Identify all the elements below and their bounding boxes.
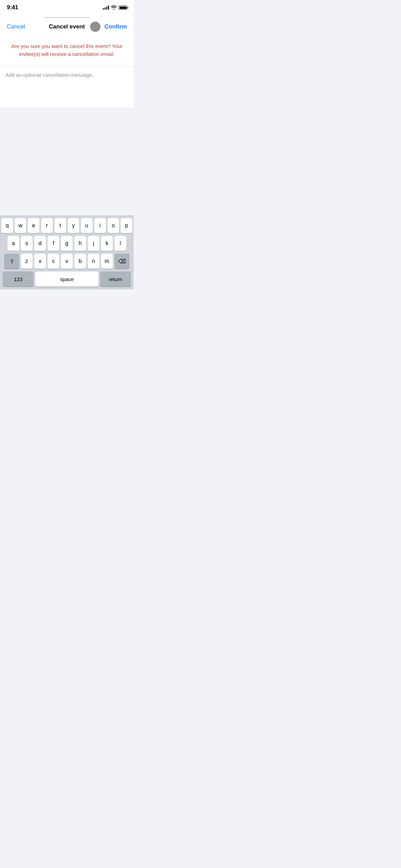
sheet-drag-handle	[0, 15, 134, 18]
key-c[interactable]: c	[48, 254, 59, 269]
delete-key[interactable]: ⌫	[114, 254, 130, 269]
keyboard-row-3: ⇧ z x c v b n m ⌫	[1, 254, 132, 269]
return-key[interactable]: return	[100, 272, 131, 287]
key-i[interactable]: i	[94, 218, 106, 233]
warning-section: Are you sure you want to cancel this eve…	[0, 36, 134, 67]
key-g[interactable]: g	[61, 236, 73, 251]
key-d[interactable]: d	[34, 236, 46, 251]
key-w[interactable]: w	[15, 218, 26, 233]
cancel-button[interactable]: Cancel	[5, 21, 26, 33]
nav-right-group: Confirm	[90, 21, 128, 33]
keyboard-row-1: q w e r t y u i o p	[1, 218, 132, 233]
key-l[interactable]: l	[114, 236, 126, 251]
numbers-key[interactable]: 123	[3, 272, 34, 287]
key-q[interactable]: q	[1, 218, 13, 233]
key-m[interactable]: m	[101, 254, 113, 269]
key-v[interactable]: v	[61, 254, 73, 269]
key-b[interactable]: b	[74, 254, 86, 269]
message-input-area[interactable]: Add an optional cancellation message.	[0, 67, 134, 108]
key-p[interactable]: p	[121, 218, 132, 233]
key-j[interactable]: j	[88, 236, 99, 251]
status-time: 9:41	[7, 4, 18, 11]
key-h[interactable]: h	[74, 236, 86, 251]
space-key[interactable]: space	[35, 272, 98, 287]
key-t[interactable]: t	[54, 218, 66, 233]
keyboard-bottom-row: 123 space return	[1, 272, 132, 287]
battery-icon	[119, 5, 128, 10]
wifi-icon	[111, 5, 117, 10]
key-x[interactable]: x	[34, 254, 46, 269]
warning-text: Are you sure you want to cancel this eve…	[8, 43, 125, 58]
confirm-button[interactable]: Confirm	[103, 21, 128, 33]
key-y[interactable]: y	[68, 218, 80, 233]
shift-key[interactable]: ⇧	[4, 254, 19, 269]
key-s[interactable]: s	[21, 236, 33, 251]
key-e[interactable]: e	[28, 218, 39, 233]
key-o[interactable]: o	[108, 218, 119, 233]
keyboard-row-2: a s d f g h j k l	[1, 236, 132, 251]
signal-icon	[103, 5, 109, 10]
key-u[interactable]: u	[81, 218, 93, 233]
keyboard: q w e r t y u i o p a s d f g h j k l ⇧ …	[0, 215, 134, 289]
key-n[interactable]: n	[88, 254, 99, 269]
key-r[interactable]: r	[41, 218, 53, 233]
navigation-bar: Cancel Cancel event Confirm	[0, 18, 134, 36]
key-a[interactable]: a	[8, 236, 19, 251]
status-icons	[103, 5, 128, 10]
avatar	[90, 22, 100, 32]
key-z[interactable]: z	[21, 254, 33, 269]
key-f[interactable]: f	[48, 236, 59, 251]
page-title: Cancel event	[49, 23, 85, 30]
key-k[interactable]: k	[101, 236, 113, 251]
message-placeholder: Add an optional cancellation message.	[5, 72, 94, 78]
status-bar: 9:41	[0, 0, 134, 15]
